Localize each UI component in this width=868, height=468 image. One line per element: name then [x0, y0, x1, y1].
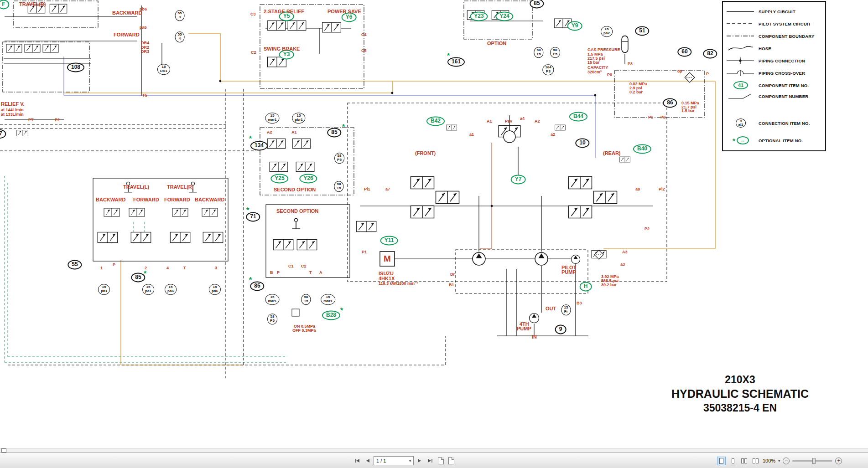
schematic-label: T5 [142, 93, 147, 98]
zoom-level: 100% [763, 458, 775, 463]
component-item-134: 134 [250, 141, 268, 150]
schematic-label: 8μ [677, 69, 682, 73]
sidebar-toggle-icon[interactable] [1, 448, 6, 453]
engine-motor-letter: M [384, 254, 391, 264]
optional-asterisk-icon: * [249, 276, 252, 285]
optional-asterisk-icon: * [144, 269, 147, 278]
component-item-86: 86 [663, 98, 677, 108]
connection-item-pa2: 15pa2 [601, 26, 613, 37]
schematic-label: Dr [450, 272, 455, 277]
component-item-55: 55 [68, 260, 82, 269]
schematic-label: 2 [145, 266, 147, 270]
schematic-label: PUMP [517, 326, 531, 331]
legend-row-piping-cross-over: PIPING CROSS-OVER [723, 69, 825, 77]
schematic-label: C3 [250, 12, 256, 16]
component-code-y24: Y24 [495, 11, 513, 21]
legend-label: PILOT SYSTEM CIRCUIT [759, 21, 811, 26]
schematic-label: at 133L/min [1, 112, 24, 117]
schematic-label: Pi2 [659, 187, 665, 191]
schematic-label: PUMP [561, 269, 576, 275]
connection-item-T5: 58T5 [534, 47, 543, 58]
connection-item-pb1: 15pb1 [98, 284, 110, 295]
schematic-label: A2 [267, 130, 272, 134]
schematic-label: 4HK1X [379, 276, 395, 281]
component-code-h: H [580, 282, 592, 291]
continuous-view-button[interactable] [728, 457, 737, 465]
schematic-label: FORWARD [164, 197, 190, 202]
two-page-continuous-view-button[interactable] [751, 457, 760, 465]
previous-view-icon [438, 457, 444, 464]
schematic-label: C5 [361, 48, 367, 53]
legend-symbol: 9al1 [723, 118, 759, 128]
next-view-icon [448, 457, 454, 464]
last-page-button[interactable] [426, 456, 435, 466]
schematic-label: T [183, 266, 186, 270]
page-dropdown-caret-icon[interactable]: ▾ [409, 459, 411, 463]
schematic-label: 320cm³ [587, 70, 602, 74]
connection-item-4: 554 [175, 31, 185, 42]
connection-item-DR1: 15DR1 [157, 64, 170, 75]
schematic-label: IN [532, 334, 537, 339]
zoom-dropdown-caret-icon[interactable]: ▾ [778, 459, 780, 463]
schematic-label: BACKWARD [96, 197, 125, 202]
legend-label: COMPONENT ITEM NO. [759, 83, 809, 88]
legend-label: PIPING CROSS-OVER [759, 71, 805, 76]
next-view-button[interactable] [447, 456, 456, 466]
drawing-title: HYDRAULIC SCHEMATIC [661, 386, 819, 401]
schematic-label: DR3 [141, 49, 149, 54]
component-code-y7: Y7 [511, 175, 526, 184]
next-page-icon [417, 458, 422, 463]
legend-symbol [723, 44, 759, 52]
previous-page-button[interactable] [363, 456, 372, 466]
schematic-label: 39.2 bar [601, 283, 617, 287]
connection-item-pa6: 15pa6 [165, 284, 177, 295]
drawing-model: 210X3 [661, 373, 819, 386]
zoom-slider-handle[interactable] [812, 458, 816, 464]
two-page-view-button[interactable] [740, 457, 748, 465]
zoom-out-button[interactable]: − [783, 458, 790, 464]
component-item-9: 9 [555, 324, 567, 334]
schematic-label: RELIEF V. [1, 101, 25, 107]
schematic-label: 2-STAGE RELIEF [264, 9, 304, 14]
component-item-51: 51 [635, 26, 649, 36]
schematic-label: A2 [535, 119, 540, 123]
schematic-label: B3 [577, 301, 582, 305]
schematic-label: B1 [449, 283, 454, 287]
first-page-icon [354, 458, 360, 463]
schematic-label: (REAR) [603, 150, 621, 156]
schematic-label: OFF 0.3MPa [292, 328, 316, 333]
legend-label: COMPONENT BOUNDARY [759, 34, 815, 39]
connection-item-P5: 58P5 [334, 153, 344, 164]
schematic-label: P2 [660, 115, 665, 119]
component-code-b44: B44 [569, 112, 587, 121]
schematic-label: P1 [362, 250, 367, 254]
schematic-label: TRAVEL(R) [167, 184, 193, 190]
two-page-icon-left [741, 458, 744, 463]
component-item-161: 161 [447, 57, 465, 67]
next-page-button[interactable] [415, 456, 424, 466]
connection-item-Pr: 15Pr [561, 304, 571, 315]
previous-view-button[interactable] [436, 456, 445, 466]
zoom-slider[interactable] [792, 460, 832, 462]
component-code-b28: B28 [322, 310, 340, 320]
legend-row-piping-connection: PIPING CONNECTION [723, 57, 825, 65]
zoom-in-button[interactable]: + [835, 458, 842, 464]
legend-symbol [723, 32, 759, 40]
schematic-label: SWING BRAKE [264, 46, 300, 51]
connection-item-T5: 58T5 [334, 181, 343, 192]
component-item-85: 85 [530, 0, 544, 9]
legend-row-component-number: COMPONENT NUMBER [723, 92, 825, 100]
first-page-button[interactable] [353, 456, 362, 466]
legend-label: OPTIONAL ITEM NO. [759, 138, 803, 143]
schematic-label: a3 [620, 262, 625, 267]
single-page-view-button[interactable] [717, 457, 726, 465]
component-code-b42: B42 [426, 116, 445, 126]
schematic-label: a1 [469, 132, 474, 137]
connection-item-pa1: 15pa1 [142, 284, 154, 295]
pdf-viewer: FY5Y6Y3Y23Y24Y9Y25Y26B42B44B40Y7Y11B28H1… [0, 0, 868, 468]
page-input[interactable]: 1 / 1 ▾ [374, 456, 414, 465]
two-page-icon-right [744, 458, 747, 463]
legend-symbol [723, 7, 759, 15]
legend-symbol: *-- [723, 136, 759, 144]
schematic-label: P0 [607, 72, 612, 77]
